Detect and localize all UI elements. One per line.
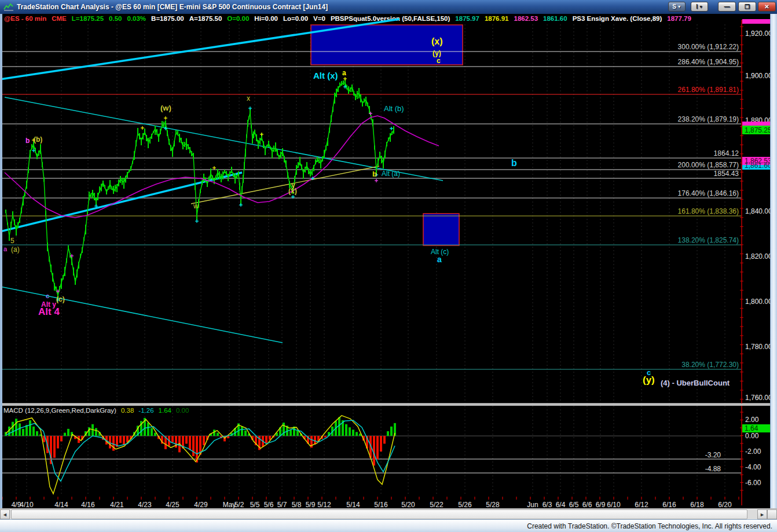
fib-label: 38.20% (1,772.30) xyxy=(681,361,739,369)
macd-histogram-bar xyxy=(22,429,24,436)
macd-histogram-bar xyxy=(203,436,205,445)
date-label: 5/2 xyxy=(234,501,244,509)
macd-histogram-bar xyxy=(387,431,389,436)
horizontal-scrollbar[interactable]: ◄ ► xyxy=(0,508,777,520)
macd-axis-label: -2.00 xyxy=(745,447,761,456)
date-label: 5/12 xyxy=(317,501,331,509)
macd-axis-label: -6.00 xyxy=(745,479,761,487)
date-label: 6/9 xyxy=(596,501,606,509)
date-label: 4/14 xyxy=(54,501,68,509)
macd-axis-label: -4.00 xyxy=(745,463,761,471)
macd-histogram-bar xyxy=(53,436,56,458)
macd-histogram-bar xyxy=(352,430,354,436)
status-token: 0.00 xyxy=(176,407,189,414)
macd-histogram-bar xyxy=(147,423,149,436)
macd-histogram-bar xyxy=(123,436,125,445)
macd-histogram-bar xyxy=(32,427,35,436)
macd-histogram-bar xyxy=(289,430,292,436)
macd-histogram-bar xyxy=(265,436,267,443)
trendline xyxy=(0,287,283,343)
price-axis-label: 1,780.00 xyxy=(745,343,772,351)
macd-histogram-bar xyxy=(324,436,327,438)
trendline xyxy=(5,97,443,181)
price-axis-label: 1,800.00 xyxy=(745,298,772,306)
macd-level-label: -4.88 xyxy=(705,465,721,473)
price-axis-label: 1,840.00 xyxy=(745,207,772,215)
macd-histogram-bar xyxy=(185,436,188,444)
fib-label: 176.40% (1,846.16) xyxy=(678,189,739,197)
date-label: 4/25 xyxy=(166,501,179,509)
fib-label: 161.80% (1,838.36) xyxy=(678,207,739,215)
price-axis-label: 1,920.00 xyxy=(745,30,772,38)
macd-histogram-bar xyxy=(12,422,14,436)
fib-label: 238.20% (1,879.19) xyxy=(678,115,739,123)
vertical-scrollbar[interactable] xyxy=(770,14,777,508)
fib-label: 1864.12 xyxy=(714,149,739,157)
date-label: 5/9 xyxy=(306,501,316,509)
date-label: 5/20 xyxy=(401,501,415,509)
price-axis-label: 1,760.00 xyxy=(745,394,772,402)
macd-histogram-bar xyxy=(244,431,247,436)
chart-canvas[interactable]: 300.00% (1,912.22)286.40% (1,904.95)261.… xyxy=(0,0,777,532)
macd-histogram-bar xyxy=(355,432,358,436)
macd-histogram-bar xyxy=(29,420,31,436)
macd-histogram-bar xyxy=(296,431,299,436)
date-label: 4/21 xyxy=(110,501,124,509)
target-zone-box xyxy=(311,25,463,65)
date-label: 5/14 xyxy=(346,501,360,509)
window-border-left xyxy=(0,14,2,519)
macd-histogram-bar xyxy=(19,423,21,436)
fib-label: 138.20% (1,825.74) xyxy=(678,236,739,244)
macd-histogram-bar xyxy=(154,433,156,436)
macd-histogram-bar xyxy=(60,436,63,441)
macd-axis-label: 0.00 xyxy=(745,432,759,440)
date-label: 5/26 xyxy=(458,501,472,509)
date-label: 6/5 xyxy=(569,501,579,509)
macd-histogram-bar xyxy=(383,436,386,444)
price-marker-text: 1,861.60 xyxy=(745,162,772,170)
date-label: 5/5 xyxy=(250,501,260,509)
macd-histogram-bar xyxy=(380,436,382,452)
macd-histogram-bar xyxy=(192,436,195,456)
macd-histogram-bar xyxy=(345,424,347,436)
price-axis-label: 1,900.00 xyxy=(745,72,772,80)
macd-axis-label: 2.00 xyxy=(745,416,759,424)
status-token: 1.64 xyxy=(159,407,171,414)
scroll-right-button[interactable]: ► xyxy=(757,509,767,519)
macd-histogram-bar xyxy=(57,436,59,449)
scroll-left-button[interactable]: ◄ xyxy=(0,509,10,519)
macd-histogram-bar xyxy=(241,427,243,436)
status-bar: Created with TradeStation. ©TradeStation… xyxy=(0,519,777,532)
date-label: 4/23 xyxy=(138,501,152,509)
resize-grip[interactable] xyxy=(767,509,777,519)
date-label: Jun xyxy=(527,501,538,509)
fib-label: 200.00% (1,858.77) xyxy=(678,161,739,169)
fib-label: 261.80% (1,891.81) xyxy=(678,86,739,94)
status-token: 0.38 xyxy=(121,407,134,414)
date-label: 5/28 xyxy=(486,501,500,509)
panel-divider xyxy=(0,403,771,406)
macd-histogram-bar xyxy=(376,436,379,460)
date-label: 4/29 xyxy=(194,501,208,509)
date-label: 6/10 xyxy=(607,501,621,509)
date-label: 5/22 xyxy=(430,501,444,509)
macd-histogram-bar xyxy=(390,427,393,436)
target-zone-box xyxy=(423,214,459,245)
fib-label: 286.40% (1,904.95) xyxy=(678,58,739,66)
macd-histogram-bar xyxy=(338,417,340,436)
scrollbar-thumb[interactable] xyxy=(11,509,747,519)
date-label: 6/12 xyxy=(635,501,648,509)
date-label: 6/6 xyxy=(582,501,592,509)
macd-histogram-bar xyxy=(217,433,219,436)
status-token: MACD (12,26,9,Green,Red,DarkGray) xyxy=(3,407,116,414)
status-token: -1.26 xyxy=(138,407,153,414)
date-label: 6/20 xyxy=(718,501,732,509)
price-marker-text: 1,875.25 xyxy=(745,126,772,134)
macd-histogram-bar xyxy=(15,419,17,436)
copyright-text: Created with TradeStation. ©TradeStation… xyxy=(527,522,772,530)
macd-histogram-bar xyxy=(151,428,153,436)
date-label: 5/6 xyxy=(264,501,274,509)
price-marker xyxy=(742,19,771,24)
fib-label: 1854.43 xyxy=(714,170,739,178)
date-label: 6/4 xyxy=(556,501,566,509)
